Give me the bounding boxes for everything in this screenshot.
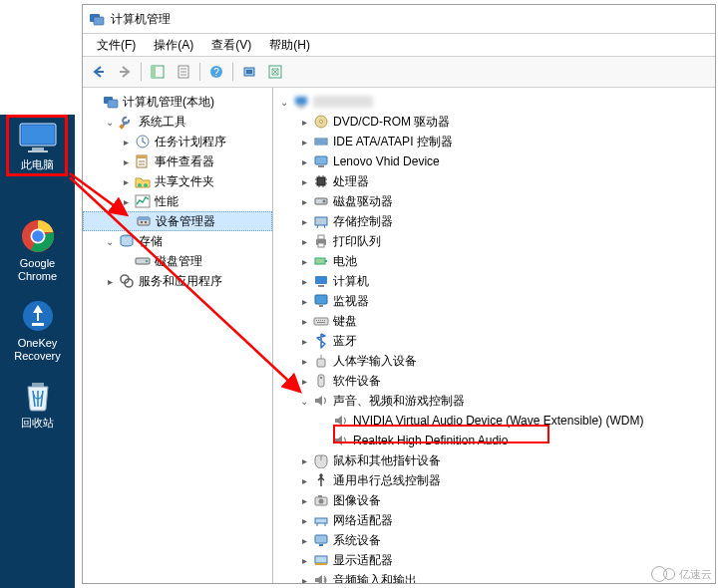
svg-rect-71 bbox=[315, 295, 327, 304]
device-cat-computer[interactable]: ▸ 计算机 bbox=[273, 271, 715, 291]
desktop-icon-recycle-bin[interactable]: 回收站 bbox=[7, 377, 69, 430]
device-cat-sound-ctrl[interactable]: ⌄ 声音、视频和游戏控制器 bbox=[273, 391, 715, 411]
audio-io-icon bbox=[313, 572, 329, 583]
tree-services-apps[interactable]: ▸ 服务和应用程序 bbox=[83, 271, 272, 291]
device-cat-cpu[interactable]: ▸ 处理器 bbox=[273, 171, 715, 191]
device-item-realtek-audio[interactable]: ▸ Realtek High Definition Audio bbox=[273, 431, 715, 450]
chevron-right-icon[interactable]: ▸ bbox=[297, 573, 311, 583]
menu-help[interactable]: 帮助(H) bbox=[261, 35, 318, 56]
chevron-right-icon[interactable]: ▸ bbox=[297, 194, 311, 208]
svg-point-31 bbox=[138, 183, 142, 187]
chevron-right-icon[interactable]: ▸ bbox=[297, 314, 311, 328]
right-tree[interactable]: ⌄ ▸ DVD/CD-ROM 驱动器 ▸ IDE ATA/ATAPI 控制器 ▸ bbox=[273, 88, 715, 583]
tree-event-viewer[interactable]: ▸ 事件查看器 bbox=[83, 151, 272, 171]
camera-icon bbox=[313, 492, 329, 508]
device-cat-keyboard[interactable]: ▸ 键盘 bbox=[273, 311, 715, 331]
device-manager-icon bbox=[136, 213, 152, 229]
device-cat-bluetooth[interactable]: ▸ 蓝牙 bbox=[273, 331, 715, 351]
chevron-right-icon[interactable]: ▸ bbox=[297, 234, 311, 248]
menu-view[interactable]: 查看(V) bbox=[203, 35, 259, 56]
tree-shared-folders[interactable]: ▸ 共享文件夹 bbox=[83, 171, 272, 191]
device-cat-storage-ctrl[interactable]: ▸ 存储控制器 bbox=[273, 211, 715, 231]
tree-device-manager[interactable]: ▸ 设备管理器 bbox=[83, 211, 272, 231]
bluetooth-icon bbox=[313, 333, 329, 349]
tree-performance[interactable]: ▸ 性能 bbox=[83, 191, 272, 211]
chevron-right-icon[interactable]: ▸ bbox=[297, 493, 311, 507]
tree-disk-management[interactable]: ▸ 磁盘管理 bbox=[83, 251, 272, 271]
toolbar-back-button[interactable] bbox=[87, 60, 111, 84]
device-cat-audio-io[interactable]: ▸ 音频输入和输出 bbox=[273, 570, 715, 583]
chevron-right-icon[interactable]: ▸ bbox=[297, 473, 311, 487]
device-cat-system-dev[interactable]: ▸ 系统设备 bbox=[273, 530, 715, 550]
toolbar-scan-button[interactable] bbox=[237, 60, 261, 84]
toolbar-show-hide-tree-button[interactable] bbox=[146, 60, 170, 84]
svg-rect-51 bbox=[318, 165, 324, 167]
chevron-right-icon[interactable]: ▸ bbox=[119, 154, 133, 168]
chevron-right-icon[interactable]: ▸ bbox=[297, 115, 311, 129]
device-root[interactable]: ⌄ bbox=[273, 92, 715, 112]
device-cat-imaging[interactable]: ▸ 图像设备 bbox=[273, 490, 715, 510]
chevron-right-icon[interactable]: ▸ bbox=[297, 274, 311, 288]
svg-rect-13 bbox=[152, 66, 156, 78]
svg-rect-37 bbox=[145, 221, 147, 223]
svg-rect-79 bbox=[317, 322, 325, 323]
chevron-right-icon[interactable]: ▸ bbox=[297, 154, 311, 168]
chevron-right-icon[interactable]: ▸ bbox=[297, 533, 311, 547]
device-cat-lenovo[interactable]: ▸ Lenovo Vhid Device bbox=[273, 151, 715, 171]
device-cat-disk-drives[interactable]: ▸ 磁盘驱动器 bbox=[273, 191, 715, 211]
device-cat-dvd[interactable]: ▸ DVD/CD-ROM 驱动器 bbox=[273, 112, 715, 132]
svg-point-86 bbox=[319, 499, 324, 504]
chevron-down-icon[interactable]: ⌄ bbox=[277, 95, 291, 109]
monitor-cat-icon bbox=[313, 293, 329, 309]
device-cat-battery[interactable]: ▸ 电池 bbox=[273, 251, 715, 271]
svg-rect-52 bbox=[317, 177, 325, 185]
toolbar-help-button[interactable]: ? bbox=[204, 60, 228, 84]
toolbar-refresh-button[interactable] bbox=[263, 60, 287, 84]
chevron-right-icon[interactable]: ▸ bbox=[297, 553, 311, 567]
svg-rect-28 bbox=[137, 155, 147, 158]
device-cat-mouse[interactable]: ▸ 鼠标和其他指针设备 bbox=[273, 450, 715, 470]
device-cat-software-dev[interactable]: ▸ 软件设备 bbox=[273, 371, 715, 391]
menu-action[interactable]: 操作(A) bbox=[146, 35, 201, 56]
menu-file[interactable]: 文件(F) bbox=[89, 35, 144, 56]
svg-rect-2 bbox=[32, 147, 44, 150]
chevron-right-icon[interactable]: ▸ bbox=[297, 174, 311, 188]
svg-rect-70 bbox=[318, 285, 324, 287]
chevron-right-icon[interactable]: ▸ bbox=[297, 354, 311, 368]
desktop-icon-onekey[interactable]: OneKey Recovery bbox=[7, 297, 69, 363]
chevron-right-icon[interactable]: ▸ bbox=[297, 453, 311, 467]
chevron-right-icon[interactable]: ▸ bbox=[119, 194, 133, 208]
tree-root-computer-management[interactable]: ▸ 计算机管理(本地) bbox=[83, 92, 272, 112]
desktop-icon-this-pc[interactable]: 此电脑 bbox=[7, 119, 69, 171]
tree-storage[interactable]: ⌄ 存储 bbox=[83, 231, 272, 251]
chevron-right-icon[interactable]: ▸ bbox=[297, 214, 311, 228]
chevron-down-icon[interactable]: ⌄ bbox=[103, 115, 117, 129]
left-tree[interactable]: ▸ 计算机管理(本地) ⌄ 系统工具 ▸ 任务计划程序 bbox=[83, 88, 273, 583]
toolbar-properties-button[interactable] bbox=[172, 60, 195, 84]
device-cat-ide[interactable]: ▸ IDE ATA/ATAPI 控制器 bbox=[273, 132, 715, 151]
device-cat-display[interactable]: ▸ 显示适配器 bbox=[273, 550, 715, 570]
device-cat-print-queue[interactable]: ▸ 打印队列 bbox=[273, 231, 715, 251]
cpu-icon bbox=[313, 173, 329, 189]
chevron-right-icon[interactable]: ▸ bbox=[297, 135, 311, 148]
device-cat-network[interactable]: ▸ 网络适配器 bbox=[273, 510, 715, 530]
toolbar-forward-button[interactable] bbox=[113, 60, 137, 84]
device-cat-hid[interactable]: ▸ 人体学输入设备 bbox=[273, 351, 715, 371]
device-cat-monitor[interactable]: ▸ 监视器 bbox=[273, 291, 715, 311]
lenovo-icon bbox=[313, 153, 329, 169]
chevron-right-icon[interactable]: ▸ bbox=[297, 513, 311, 527]
chevron-right-icon[interactable]: ▸ bbox=[119, 174, 133, 188]
chevron-down-icon[interactable]: ⌄ bbox=[297, 394, 311, 408]
tree-system-tools[interactable]: ⌄ 系统工具 bbox=[83, 112, 272, 132]
chevron-right-icon[interactable]: ▸ bbox=[297, 254, 311, 268]
chevron-down-icon[interactable]: ⌄ bbox=[103, 234, 117, 248]
device-item-nvidia-audio[interactable]: ▸ NVIDIA Virtual Audio Device (Wave Exte… bbox=[273, 411, 715, 431]
chevron-right-icon[interactable]: ▸ bbox=[103, 274, 117, 288]
chevron-right-icon[interactable]: ▸ bbox=[297, 334, 311, 348]
desktop-icon-chrome[interactable]: Google Chrome bbox=[7, 217, 69, 283]
chevron-right-icon[interactable]: ▸ bbox=[119, 135, 133, 148]
chevron-right-icon[interactable]: ▸ bbox=[297, 374, 311, 388]
tree-task-scheduler[interactable]: ▸ 任务计划程序 bbox=[83, 132, 272, 151]
device-cat-usb[interactable]: ▸ 通用串行总线控制器 bbox=[273, 470, 715, 490]
chevron-right-icon[interactable]: ▸ bbox=[297, 294, 311, 308]
